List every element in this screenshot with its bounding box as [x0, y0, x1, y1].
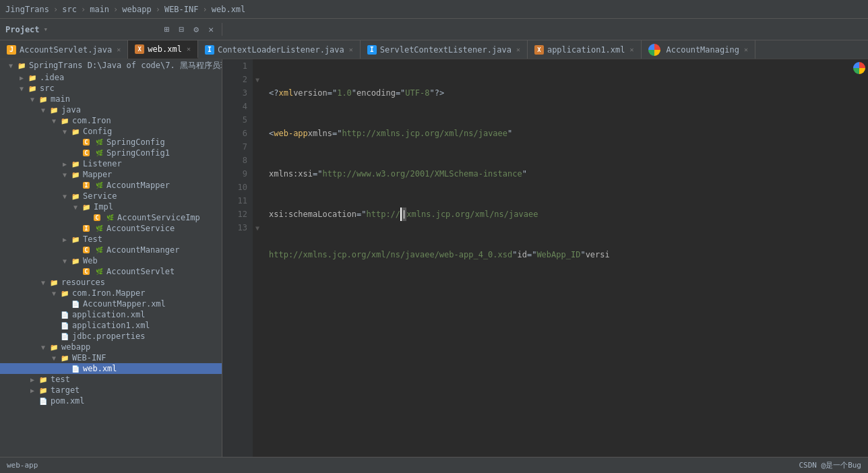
tabs-bar: J AccountServlet.java ✕ X web.xml ✕ I Co… — [0, 40, 868, 59]
tree-item-label: AccountMapper.xml — [83, 299, 166, 309]
tree-item-web-xml[interactable]: 📄 web.xml — [0, 363, 222, 374]
breadcrumb-part: web.xml — [212, 5, 246, 14]
tree-item-account-mapper-xml[interactable]: 📄 AccountMapper.xml — [0, 298, 222, 309]
tree-item-test[interactable]: ▶ 📁 Test — [0, 234, 222, 245]
line-numbers: 12345 678910 111213 — [222, 59, 253, 457]
tree-arrow-icon: ▶ — [27, 376, 38, 383]
tab-account-servlet[interactable]: J AccountServlet.java ✕ — [0, 40, 128, 59]
code-line-6 — [269, 288, 868, 302]
expand-all-icon[interactable]: ⊞ — [162, 23, 173, 36]
tab-close-icon[interactable]: ✕ — [744, 46, 748, 53]
settings-icon[interactable]: ⚙ — [191, 23, 202, 36]
tree-root[interactable]: ▼ 📁 SpringTrans D:\Java of code\7. 黑马程序员… — [0, 59, 222, 72]
tab-close-icon[interactable]: ✕ — [117, 46, 121, 53]
tab-close-icon[interactable]: ✕ — [187, 45, 191, 53]
code-line-5: http://xmlns.jcp.org/xml/ns/javaee/web-a… — [269, 248, 868, 261]
tab-close-icon[interactable]: ✕ — [630, 46, 634, 53]
tree-item-label: application1.xml — [72, 321, 150, 330]
tree-item-java[interactable]: ▼ 📁 java — [0, 104, 222, 115]
tree-item-listener[interactable]: ▶ 📁 Listener — [0, 158, 222, 169]
tree-arrow-icon: ▶ — [27, 387, 38, 394]
tree-item-label: jdbc.properties — [72, 332, 145, 341]
java-class-icon: C — [92, 213, 102, 222]
tree-item-config[interactable]: ▼ 📁 Config — [0, 126, 222, 137]
tab-web-xml[interactable]: X web.xml ✕ — [128, 40, 198, 59]
tab-account-managing[interactable]: AccountManaging ✕ — [642, 40, 755, 59]
tree-item-com-iron-mapper[interactable]: ▼ 📁 com.Iron.Mapper — [0, 288, 222, 298]
code-content[interactable]: <?xml version="1.0" encoding="UTF-8" ?> … — [262, 59, 868, 457]
tree-arrow-icon: ▶ — [16, 74, 27, 82]
xml-icon: X — [534, 45, 544, 55]
tree-item-spring-config1[interactable]: C 🌿 SpringConfig1 — [0, 148, 222, 158]
tree-item-com-iron[interactable]: ▼ 📁 com.Iron — [0, 115, 222, 126]
code-line-4: xsi:schemaLocation="http://|xmlns.jcp.or… — [269, 208, 868, 221]
tab-application1[interactable]: X application1.xml ✕ — [528, 40, 642, 59]
tree-arrow-icon: ▶ — [59, 236, 70, 243]
tree-item-target[interactable]: ▶ 📁 target — [0, 385, 222, 396]
tree-item-label: WEB-INF — [72, 353, 106, 362]
folder-icon: 📁 — [70, 234, 81, 244]
java-class-icon: C — [81, 267, 92, 276]
tree-item-account-servlet[interactable]: C 🌿 AccountServlet — [0, 266, 222, 277]
code-line-1: <?xml version="1.0" encoding="UTF-8" ?> — [269, 86, 868, 100]
project-tree[interactable]: ▼ 📁 SpringTrans D:\Java of code\7. 黑马程序员… — [0, 59, 222, 457]
tree-item-main[interactable]: ▼ 📁 main — [0, 94, 222, 104]
tree-item-resources[interactable]: ▼ 📁 resources — [0, 277, 222, 288]
tree-item-account-service-imp[interactable]: C 🌿 AccountServiceImp — [0, 212, 222, 223]
fold-marker[interactable]: ▼ — [253, 73, 262, 86]
spring-icon: 🌿 — [94, 181, 104, 190]
tree-item-mapper[interactable]: ▼ 📁 Mapper — [0, 169, 222, 180]
tree-arrow-icon: ▼ — [38, 344, 49, 351]
tree-item-web[interactable]: ▼ 📁 Web — [0, 255, 222, 266]
tree-item-label: java — [61, 105, 81, 115]
folder-icon: 📁 — [70, 170, 81, 179]
tree-arrow-icon: ▼ — [70, 203, 81, 211]
close-icon[interactable]: ✕ — [206, 23, 216, 36]
tree-item-label: AccountMapper — [106, 181, 170, 190]
tree-item-account-service[interactable]: I 🌿 AccountService — [0, 223, 222, 234]
tree-item-test-root[interactable]: ▶ 📁 test — [0, 374, 222, 385]
breadcrumb-part: src — [62, 5, 77, 14]
tree-item-impl[interactable]: ▼ 📁 Impl — [0, 201, 222, 212]
tab-close-icon[interactable]: ✕ — [516, 46, 520, 53]
tree-arrow-icon: ▼ — [49, 290, 59, 297]
fold-gutter: ▼ ▼ — [253, 59, 262, 457]
xml-icon: X — [135, 44, 144, 54]
tree-arrow-icon: ▼ — [59, 171, 70, 179]
tab-label: application1.xml — [547, 45, 625, 55]
tree-item-label: Web — [83, 256, 98, 265]
java-interface-icon: I — [367, 45, 377, 55]
tree-item-account-mapper[interactable]: I 🌿 AccountMapper — [0, 180, 222, 191]
tree-item-label: SpringConfig1 — [106, 148, 170, 158]
folder-orange-icon: 📁 — [38, 385, 49, 395]
fold-marker[interactable]: ▼ — [253, 221, 262, 234]
breadcrumb-part: WEB-INF — [164, 5, 199, 14]
folder-icon: 📁 — [59, 353, 70, 362]
tree-item-idea[interactable]: ▶ 📁 .idea — [0, 72, 222, 83]
tree-item-account-manager[interactable]: C 🌿 AccountMananger — [0, 245, 222, 255]
breadcrumb-part: main — [90, 5, 109, 14]
code-editor[interactable]: 12345 678910 111213 ▼ ▼ — [222, 59, 868, 457]
java-class-icon: C — [81, 148, 92, 158]
tree-item-label: test — [51, 375, 70, 384]
tab-servlet-context[interactable]: I ServletContextListener.java ✕ — [361, 40, 528, 59]
tree-item-src[interactable]: ▼ 📁 src — [0, 83, 222, 94]
tree-item-application1-xml[interactable]: 📄 application1.xml — [0, 320, 222, 331]
tree-item-spring-config[interactable]: C 🌿 SpringConfig — [0, 137, 222, 148]
dropdown-arrow-icon[interactable]: ▾ — [44, 25, 49, 34]
java-class-icon: C — [81, 137, 92, 147]
tree-item-web-inf[interactable]: ▼ 📁 WEB-INF — [0, 352, 222, 363]
toolbar: Project ▾ ⊞ ⊟ ⚙ ✕ — [0, 19, 868, 40]
tree-item-label: webapp — [61, 342, 90, 352]
tab-close-icon[interactable]: ✕ — [349, 46, 353, 53]
collapse-all-icon[interactable]: ⊟ — [177, 23, 187, 36]
tree-item-application-xml[interactable]: 📄 application.xml — [0, 309, 222, 320]
xml-file-icon: 📄 — [59, 310, 70, 319]
folder-icon: 📁 — [38, 375, 49, 384]
tree-item-webapp[interactable]: ▼ 📁 webapp — [0, 342, 222, 352]
tree-item-pom-xml[interactable]: 📄 pom.xml — [0, 396, 222, 406]
tree-item-service[interactable]: ▼ 📁 Service — [0, 191, 222, 201]
tree-item-jdbc-properties[interactable]: 📄 jdbc.properties — [0, 331, 222, 342]
tab-context-loader[interactable]: I ContextLoaderListener.java ✕ — [198, 40, 361, 59]
tab-label: ContextLoaderListener.java — [218, 45, 344, 55]
